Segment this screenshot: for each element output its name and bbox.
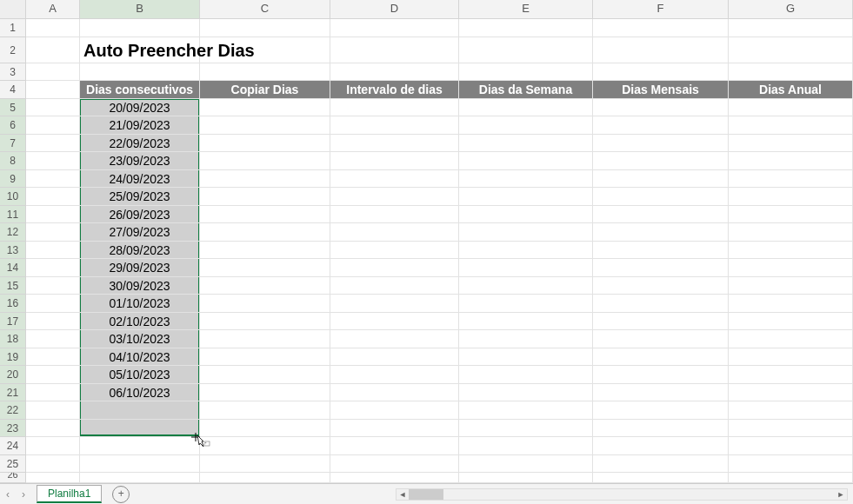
cell-A22[interactable] [26, 401, 80, 420]
cell-B17[interactable]: 02/10/2023 [80, 313, 200, 331]
cell-D19[interactable] [330, 348, 459, 367]
row-header-7[interactable]: 7 [0, 135, 26, 153]
cell-C4[interactable]: Copiar Dias [200, 81, 330, 99]
cell-C15[interactable] [200, 277, 330, 295]
sheet-tab-active[interactable]: Planilha1 [37, 485, 102, 503]
cell-E24[interactable] [459, 437, 593, 455]
cell-G17[interactable] [729, 313, 853, 331]
cell-F21[interactable] [593, 384, 729, 402]
cell-D17[interactable] [330, 313, 459, 331]
cell-G3[interactable] [729, 63, 853, 82]
column-header-A[interactable]: A [26, 0, 80, 18]
row-header-24[interactable]: 24 [0, 437, 26, 455]
cell-D8[interactable] [330, 152, 459, 170]
cell-F20[interactable] [593, 366, 729, 384]
cell-D22[interactable] [330, 401, 459, 420]
column-header-B[interactable]: B [80, 0, 200, 18]
cell-E5[interactable] [459, 99, 593, 117]
cell-D15[interactable] [330, 277, 459, 295]
cell-D7[interactable] [330, 135, 459, 153]
cell-G12[interactable] [729, 223, 853, 242]
cell-B3[interactable] [80, 63, 200, 82]
cell-F24[interactable] [593, 437, 729, 455]
cell-F11[interactable] [593, 206, 729, 224]
cell-B11[interactable]: 26/09/2023 [80, 206, 200, 224]
cell-G23[interactable] [729, 420, 853, 438]
cell-E9[interactable] [459, 170, 593, 189]
cell-C17[interactable] [200, 313, 330, 331]
cell-C25[interactable] [200, 455, 330, 474]
cell-G19[interactable] [729, 348, 853, 367]
cell-A18[interactable] [26, 330, 80, 348]
cell-G2[interactable] [729, 37, 853, 63]
row-header-22[interactable]: 22 [0, 401, 26, 420]
cell-F4[interactable]: Dias Mensais [593, 81, 729, 99]
cell-E19[interactable] [459, 348, 593, 367]
cell-D2[interactable] [330, 37, 459, 63]
cell-G15[interactable] [729, 277, 853, 295]
cell-A4[interactable] [26, 81, 80, 99]
cell-A13[interactable] [26, 242, 80, 260]
cell-A16[interactable] [26, 295, 80, 313]
cell-C10[interactable] [200, 188, 330, 206]
next-sheet-button[interactable]: › [16, 486, 31, 503]
cell-D4[interactable]: Intervalo de dias [330, 81, 459, 99]
cell-F2[interactable] [593, 37, 729, 63]
cell-B19[interactable]: 04/10/2023 [80, 348, 200, 367]
cell-E13[interactable] [459, 242, 593, 260]
cell-B12[interactable]: 27/09/2023 [80, 223, 200, 242]
row-header-21[interactable]: 21 [0, 384, 26, 402]
row-header-2[interactable]: 2 [0, 37, 26, 63]
cell-D21[interactable] [330, 384, 459, 402]
cell-F26[interactable] [593, 473, 729, 483]
cell-E26[interactable] [459, 473, 593, 483]
cell-C9[interactable] [200, 170, 330, 189]
cell-A24[interactable] [26, 437, 80, 455]
cell-G26[interactable] [729, 473, 853, 483]
cell-E12[interactable] [459, 223, 593, 242]
cell-F12[interactable] [593, 223, 729, 242]
row-header-3[interactable]: 3 [0, 63, 26, 82]
cell-A5[interactable] [26, 99, 80, 117]
cell-B26[interactable] [80, 473, 200, 483]
cell-F14[interactable] [593, 259, 729, 277]
cell-G4[interactable]: Dias Anual [729, 81, 853, 99]
cell-D20[interactable] [330, 366, 459, 384]
cell-F17[interactable] [593, 313, 729, 331]
cell-E21[interactable] [459, 384, 593, 402]
cell-G14[interactable] [729, 259, 853, 277]
cell-B6[interactable]: 21/09/2023 [80, 116, 200, 135]
cell-D3[interactable] [330, 63, 459, 82]
cell-A26[interactable] [26, 473, 80, 483]
row-header-19[interactable]: 19 [0, 348, 26, 367]
row-header-14[interactable]: 14 [0, 259, 26, 277]
cell-A11[interactable] [26, 206, 80, 224]
cell-C6[interactable] [200, 116, 330, 135]
cell-B22[interactable] [80, 401, 200, 420]
column-header-G[interactable]: G [729, 0, 853, 18]
cell-E16[interactable] [459, 295, 593, 313]
row-header-12[interactable]: 12 [0, 223, 26, 242]
cell-C11[interactable] [200, 206, 330, 224]
cell-C3[interactable] [200, 63, 330, 82]
cell-A3[interactable] [26, 63, 80, 82]
cell-B15[interactable]: 30/09/2023 [80, 277, 200, 295]
cell-F18[interactable] [593, 330, 729, 348]
cell-G18[interactable] [729, 330, 853, 348]
cell-F1[interactable] [593, 19, 729, 37]
cell-D16[interactable] [330, 295, 459, 313]
cell-F16[interactable] [593, 295, 729, 313]
cell-B20[interactable]: 05/10/2023 [80, 366, 200, 384]
cell-C12[interactable] [200, 223, 330, 242]
cell-A6[interactable] [26, 116, 80, 135]
cell-F10[interactable] [593, 188, 729, 206]
cell-B9[interactable]: 24/09/2023 [80, 170, 200, 189]
row-header-13[interactable]: 13 [0, 242, 26, 260]
new-sheet-button[interactable]: + [112, 486, 130, 503]
cell-B21[interactable]: 06/10/2023 [80, 384, 200, 402]
cell-C18[interactable] [200, 330, 330, 348]
cell-C1[interactable] [200, 19, 330, 37]
cell-B10[interactable]: 25/09/2023 [80, 188, 200, 206]
horizontal-scrollbar[interactable]: ◄ ► [396, 488, 848, 501]
cell-B2[interactable]: Auto Preencher Dias [80, 37, 200, 63]
